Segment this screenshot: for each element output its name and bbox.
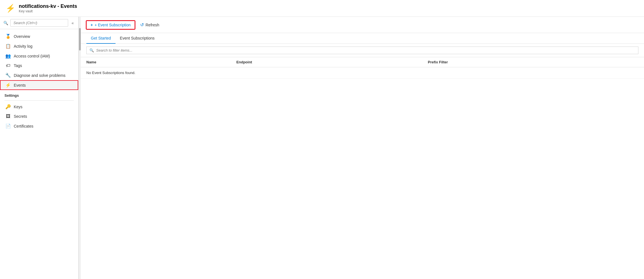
tab-event-subscriptions[interactable]: Event Subscriptions bbox=[116, 33, 159, 44]
settings-section-title: Settings bbox=[0, 90, 78, 99]
certificates-icon: 📄 bbox=[5, 123, 11, 129]
sidebar-item-tags[interactable]: 🏷 Tags bbox=[0, 61, 78, 70]
sidebar-item-overview[interactable]: 🏅 Overview bbox=[0, 31, 78, 41]
sidebar-item-keys[interactable]: 🔑 Keys bbox=[0, 102, 78, 112]
plus-icon: + bbox=[91, 23, 93, 27]
sidebar-item-label-keys: Keys bbox=[14, 105, 22, 109]
sidebar-item-label-overview: Overview bbox=[14, 34, 30, 39]
sidebar-scrollbar-thumb bbox=[79, 28, 81, 50]
sidebar-collapse-button[interactable]: « bbox=[70, 20, 75, 26]
page-subtitle: Key vault bbox=[19, 9, 77, 13]
sidebar-item-label-diagnose: Diagnose and solve problems bbox=[14, 73, 65, 78]
sidebar-item-label-access-control: Access control (IAM) bbox=[14, 54, 50, 58]
sidebar-item-access-control[interactable]: 👥 Access control (IAM) bbox=[0, 51, 78, 61]
sidebar-item-label-tags: Tags bbox=[14, 63, 22, 68]
table-header-row: Name Endpoint Prefix Filter bbox=[81, 57, 644, 67]
filter-input[interactable] bbox=[96, 48, 635, 52]
sidebar-wrapper: 🔍 « 🏅 Overview 📋 Activity log 👥 Access c… bbox=[0, 17, 81, 279]
page-header: ⚡ notifications-kv - Events Key vault bbox=[0, 0, 644, 17]
secrets-icon: 🖼 bbox=[5, 114, 11, 119]
table-header: Name Endpoint Prefix Filter bbox=[81, 57, 644, 67]
sidebar-nav: 🏅 Overview 📋 Activity log 👥 Access contr… bbox=[0, 29, 78, 279]
sidebar-item-diagnose[interactable]: 🔧 Diagnose and solve problems bbox=[0, 70, 78, 80]
empty-message: No Event Subscriptions found. bbox=[81, 67, 644, 79]
events-icon: ⚡ bbox=[5, 82, 11, 88]
tags-icon: 🏷 bbox=[5, 63, 11, 68]
access-control-icon: 👥 bbox=[5, 53, 11, 59]
keys-icon: 🔑 bbox=[5, 104, 11, 109]
sidebar-search-input[interactable] bbox=[10, 19, 68, 27]
filter-bar: 🔍 bbox=[81, 44, 644, 57]
sidebar-scrollbar[interactable] bbox=[79, 17, 81, 279]
sidebar-item-label-events: Events bbox=[14, 83, 26, 87]
col-name: Name bbox=[81, 57, 231, 67]
overview-icon: 🏅 bbox=[5, 34, 11, 39]
table-body: No Event Subscriptions found. bbox=[81, 67, 644, 79]
sidebar-item-label-secrets: Secrets bbox=[14, 114, 27, 119]
refresh-button[interactable]: ↺ Refresh bbox=[136, 20, 163, 29]
sidebar-item-certificates[interactable]: 📄 Certificates bbox=[0, 121, 78, 131]
col-prefix-filter: Prefix Filter bbox=[422, 57, 644, 67]
table-area: 🔍 Name Endpoint Prefix Filter No Event S… bbox=[81, 44, 644, 279]
sidebar-item-label-certificates: Certificates bbox=[14, 124, 33, 128]
sidebar: 🔍 « 🏅 Overview 📋 Activity log 👥 Access c… bbox=[0, 17, 79, 279]
event-subscription-button[interactable]: + + Event Subscription bbox=[86, 21, 135, 29]
keyvault-icon: ⚡ bbox=[6, 4, 15, 13]
sidebar-search-area: 🔍 « bbox=[0, 17, 78, 29]
table-empty-row: No Event Subscriptions found. bbox=[81, 67, 644, 79]
filter-search-icon: 🔍 bbox=[89, 48, 94, 52]
refresh-label: Refresh bbox=[146, 23, 159, 27]
activity-log-icon: 📋 bbox=[5, 43, 11, 49]
subscriptions-table: Name Endpoint Prefix Filter No Event Sub… bbox=[81, 57, 644, 79]
sidebar-item-secrets[interactable]: 🖼 Secrets bbox=[0, 112, 78, 121]
refresh-icon: ↺ bbox=[140, 22, 144, 27]
filter-input-wrapper[interactable]: 🔍 bbox=[86, 47, 638, 54]
event-subscription-label: + Event Subscription bbox=[94, 23, 131, 27]
tab-get-started[interactable]: Get Started bbox=[86, 33, 116, 44]
content-area: + + Event Subscription ↺ Refresh Get Sta… bbox=[81, 17, 644, 279]
tabs-bar: Get Started Event Subscriptions bbox=[81, 33, 644, 44]
diagnose-icon: 🔧 bbox=[5, 73, 11, 78]
toolbar: + + Event Subscription ↺ Refresh bbox=[81, 17, 644, 33]
search-icon: 🔍 bbox=[3, 21, 8, 25]
sidebar-item-label-activity-log: Activity log bbox=[14, 44, 33, 49]
page-title: notifications-kv - Events bbox=[19, 3, 77, 9]
main-layout: 🔍 « 🏅 Overview 📋 Activity log 👥 Access c… bbox=[0, 17, 644, 279]
sidebar-item-events[interactable]: ⚡ Events bbox=[0, 80, 78, 90]
col-endpoint: Endpoint bbox=[231, 57, 422, 67]
settings-divider bbox=[4, 100, 74, 101]
sidebar-item-activity-log[interactable]: 📋 Activity log bbox=[0, 41, 78, 51]
